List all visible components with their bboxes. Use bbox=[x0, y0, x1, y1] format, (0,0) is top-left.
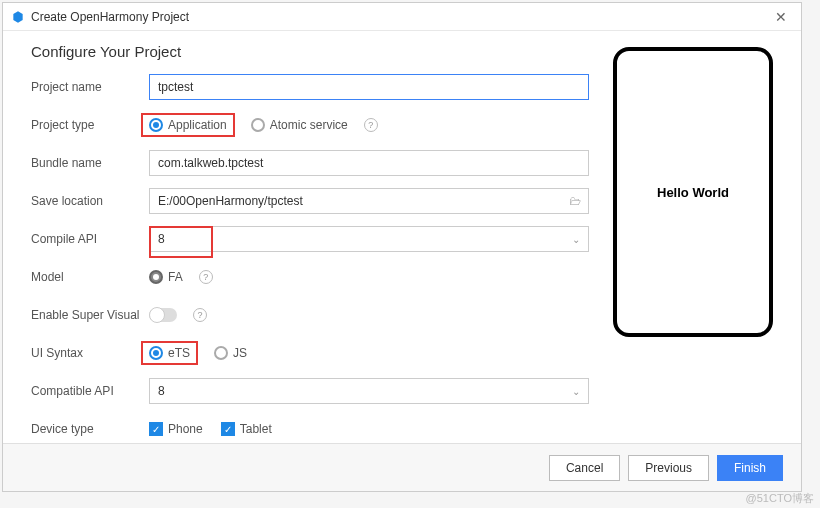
label-compile-api: Compile API bbox=[31, 232, 149, 246]
save-location-input[interactable] bbox=[149, 188, 589, 214]
check-icon: ✓ bbox=[149, 422, 163, 436]
chevron-down-icon: ⌄ bbox=[572, 234, 580, 245]
help-icon[interactable]: ? bbox=[199, 270, 213, 284]
content-area: Configure Your Project Project name Proj… bbox=[3, 31, 801, 468]
check-icon: ✓ bbox=[221, 422, 235, 436]
label-ui-syntax: UI Syntax bbox=[31, 346, 149, 360]
label-device-type: Device type bbox=[31, 422, 149, 436]
app-logo-icon bbox=[11, 10, 25, 24]
compatible-api-select[interactable]: 8 ⌄ bbox=[149, 378, 589, 404]
checkbox-tablet[interactable]: ✓Tablet bbox=[221, 422, 272, 436]
help-icon[interactable]: ? bbox=[364, 118, 378, 132]
device-preview: Hello World bbox=[613, 47, 773, 337]
label-model: Model bbox=[31, 270, 149, 284]
finish-button[interactable]: Finish bbox=[717, 455, 783, 481]
bundle-name-input[interactable] bbox=[149, 150, 589, 176]
radio-dot-icon bbox=[149, 270, 163, 284]
folder-icon[interactable]: 🗁 bbox=[569, 194, 581, 208]
label-enable-super-visual: Enable Super Visual bbox=[31, 308, 149, 322]
radio-fa[interactable]: FA bbox=[149, 270, 183, 284]
cancel-button[interactable]: Cancel bbox=[549, 455, 620, 481]
page-heading: Configure Your Project bbox=[31, 43, 589, 60]
highlight-application: Application bbox=[141, 113, 235, 137]
close-icon[interactable]: ✕ bbox=[769, 9, 793, 25]
radio-dot-icon bbox=[251, 118, 265, 132]
window-title: Create OpenHarmony Project bbox=[31, 10, 189, 24]
titlebar: Create OpenHarmony Project ✕ bbox=[3, 3, 801, 31]
radio-application[interactable]: Application bbox=[149, 118, 227, 132]
footer-bar: Cancel Previous Finish bbox=[3, 443, 801, 491]
watermark-text: @51CTO博客 bbox=[746, 491, 814, 506]
compile-api-select[interactable]: 8 ⌄ bbox=[149, 226, 589, 252]
label-project-name: Project name bbox=[31, 80, 149, 94]
radio-ets[interactable]: eTS bbox=[149, 346, 190, 360]
highlight-ets: eTS bbox=[141, 341, 198, 365]
label-compatible-api: Compatible API bbox=[31, 384, 149, 398]
form-area: Configure Your Project Project name Proj… bbox=[31, 43, 589, 468]
radio-dot-icon bbox=[149, 118, 163, 132]
preview-text: Hello World bbox=[657, 185, 729, 200]
enable-super-visual-toggle[interactable] bbox=[149, 308, 177, 322]
checkbox-phone[interactable]: ✓Phone bbox=[149, 422, 203, 436]
label-bundle-name: Bundle name bbox=[31, 156, 149, 170]
chevron-down-icon: ⌄ bbox=[572, 386, 580, 397]
radio-js[interactable]: JS bbox=[214, 346, 247, 360]
project-name-input[interactable] bbox=[149, 74, 589, 100]
radio-dot-icon bbox=[214, 346, 228, 360]
label-project-type: Project type bbox=[31, 118, 149, 132]
dialog-window: Create OpenHarmony Project ✕ Configure Y… bbox=[2, 2, 802, 492]
help-icon[interactable]: ? bbox=[193, 308, 207, 322]
previous-button[interactable]: Previous bbox=[628, 455, 709, 481]
radio-dot-icon bbox=[149, 346, 163, 360]
radio-atomic-service[interactable]: Atomic service bbox=[251, 118, 348, 132]
label-save-location: Save location bbox=[31, 194, 149, 208]
